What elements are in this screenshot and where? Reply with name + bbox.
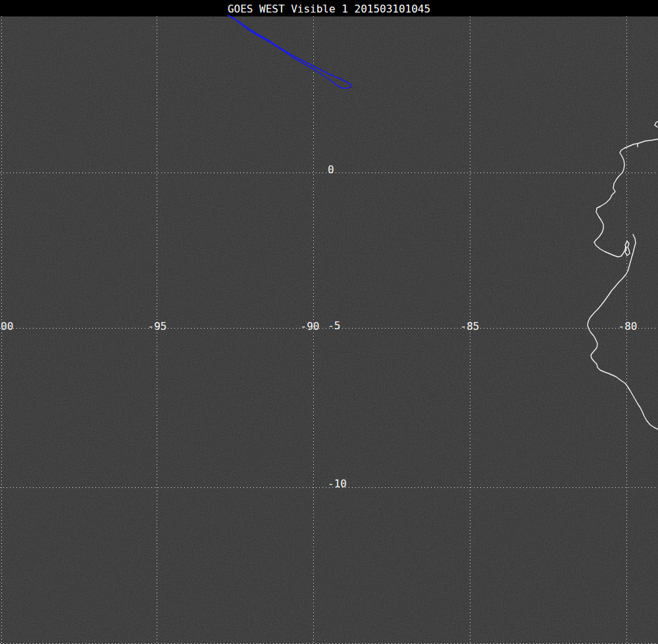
longitude-label: 00 — [1, 320, 13, 333]
longitude-label: -95 — [148, 320, 167, 333]
longitude-label: -90 — [301, 320, 320, 333]
latitude-label: 0 — [328, 163, 334, 176]
latitude-label: -10 — [328, 477, 347, 490]
longitude-label: -80 — [619, 320, 638, 333]
latitude-label: -5 — [328, 319, 340, 332]
satellite-image-canvas: 00-95-90-85-800-5-10 GOES WEST Visible 1… — [0, 0, 658, 644]
satellite-viewer-window: 00-95-90-85-800-5-10 GOES WEST Visible 1… — [0, 0, 658, 644]
longitude-label: -85 — [461, 320, 480, 333]
image-title: GOES WEST Visible 1 201503101045 — [228, 3, 430, 15]
